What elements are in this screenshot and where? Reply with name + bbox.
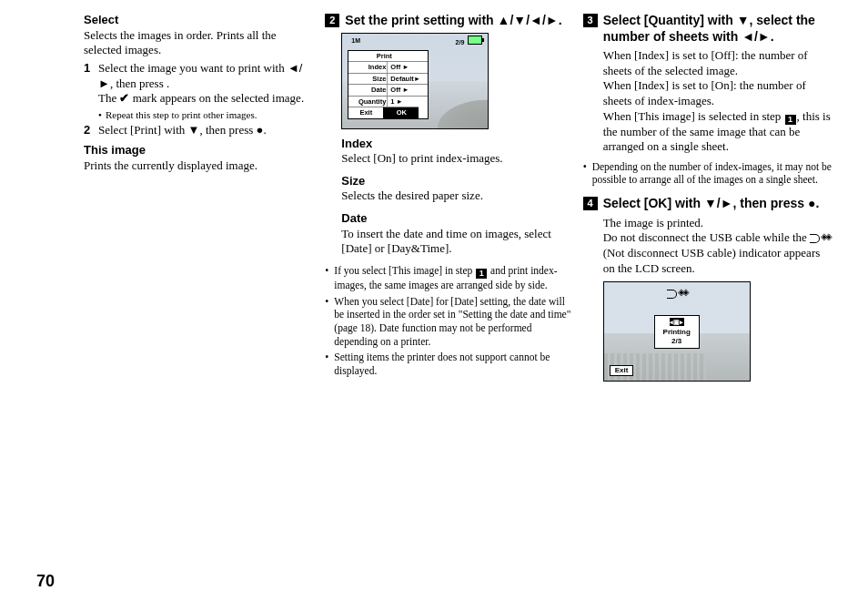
sub-bullet: Repeat this step to print other images. — [98, 108, 316, 121]
column-3: 3 Select [Quantity] with ▼, select the n… — [600, 13, 832, 382]
lcd-menu: Print IndexOff ► SizeDefault► DateOff ► … — [348, 50, 429, 120]
down-icon: ▼ — [188, 123, 200, 137]
note-2: When you select [Date] for [Date] settin… — [325, 295, 573, 349]
para-date: To insert the date and time on images, s… — [341, 227, 573, 257]
lcd-row-date-value: Off ► — [387, 85, 428, 96]
lcd-exit-button: Exit — [348, 107, 383, 118]
para-3a: When [Index] is set to [Off]: the number… — [603, 48, 832, 78]
check-icon: ✔ — [119, 91, 129, 105]
lcd-counter: 2/9 — [456, 39, 465, 46]
step-number-box: 3 — [583, 14, 598, 27]
heading-select: Select — [84, 13, 316, 28]
step-number-box: 4 — [583, 197, 598, 210]
text: Do not disconnect the USB cable while th… — [603, 230, 810, 244]
lcd-printing-label: Printing — [663, 328, 691, 336]
step-4-heading: 4 Select [OK] with ▼/►, then press ●. — [583, 196, 832, 212]
step-ref-1-icon: 1 — [476, 269, 487, 279]
down-icon: ▼ — [737, 13, 750, 27]
list-item-1: 1 Select the image you want to print wit… — [84, 61, 316, 121]
text: , then press — [110, 76, 167, 90]
text: Select [Print] with — [98, 123, 188, 137]
page-number: 70 — [36, 572, 55, 591]
lcd-row-index-value: Off ► — [387, 62, 428, 73]
para-this-image: Prints the currently displayed image. — [84, 158, 316, 174]
heading-index: Index — [341, 137, 573, 152]
text: , then press — [733, 196, 808, 210]
step-number-box: 2 — [325, 14, 339, 27]
para-4a: The image is printed. — [603, 216, 832, 231]
lcd-ok-button: OK — [383, 107, 419, 118]
text: . — [559, 13, 562, 27]
note: Depending on the number of index-images,… — [583, 160, 832, 187]
heading-size: Size — [341, 174, 573, 189]
text: When [This image] is selected in step — [603, 109, 784, 123]
lcd-size-label: 1M — [351, 37, 360, 46]
lcd-exit-button: Exit — [610, 365, 634, 376]
step-ref-1-icon: 1 — [785, 115, 796, 125]
note-list-3: Depending on the number of index-images,… — [583, 160, 832, 187]
text: . — [167, 76, 169, 90]
lcd-printing-box: ◂▣▸ Printing 2/3 — [654, 315, 700, 348]
para-size: Selects the desired paper size. — [341, 188, 573, 204]
text: Select [Quantity] with — [603, 13, 737, 27]
usb-cable-icon — [667, 288, 687, 299]
heading-date: Date — [341, 211, 573, 227]
column-2: 2 Set the print setting with ▲/▼/◄/►. 1M… — [341, 13, 573, 382]
column-1: Select Selects the images in order. Prin… — [84, 13, 316, 382]
text: . — [815, 196, 819, 210]
text: Set the print setting with — [345, 13, 497, 27]
lcd-row-index-label: Index — [348, 62, 387, 73]
para-4b: Do not disconnect the USB cable while th… — [603, 230, 832, 276]
list-item-2: 2 Select [Print] with ▼, then press ●. — [84, 123, 316, 138]
lcd-printing-figure: ◂▣▸ Printing 2/3 Exit — [603, 281, 751, 382]
battery-icon — [468, 36, 482, 45]
note-3: Setting items the printer does not suppo… — [325, 351, 573, 377]
text: If you select [This image] in step — [334, 265, 475, 276]
step-3-heading: 3 Select [Quantity] with ▼, select the n… — [583, 13, 832, 45]
lcd-menu-title: Print — [348, 51, 419, 62]
nav-arrows-icon: ▲/▼/◄/► — [498, 13, 559, 27]
text: Select [OK] with — [603, 196, 704, 210]
note-1: If you select [This image] in step 1 and… — [325, 264, 573, 292]
down-right-icon: ▼/► — [704, 196, 733, 210]
lcd-row-qty-label: Quantity — [348, 97, 387, 107]
left-right-icon: ◄/► — [742, 29, 771, 44]
text: , then press — [199, 123, 256, 137]
lcd-row-size-label: Size — [348, 74, 387, 85]
text: . — [263, 123, 266, 137]
lcd-printing-count: 2/3 — [671, 337, 681, 345]
text: Select the image you want to print with — [98, 61, 288, 75]
text: . — [771, 29, 774, 44]
lcd-row-size-value: Default► — [387, 74, 428, 85]
heading-this-image: This image — [84, 143, 316, 158]
note-list: If you select [This image] in step 1 and… — [325, 264, 573, 378]
para-3b: When [Index] is set to [On]: the number … — [603, 78, 832, 108]
text: The — [98, 91, 119, 105]
para-3c: When [This image] is selected in step 1,… — [603, 109, 832, 155]
lcd-row-qty-value: 1 ► — [387, 97, 428, 107]
para-index: Select [On] to print index-images. — [341, 151, 573, 167]
text: mark appears on the selected image. — [129, 91, 304, 105]
printer-icon: ◂▣▸ — [670, 318, 684, 326]
lcd-row-date-label: Date — [348, 85, 387, 96]
lcd-print-menu-figure: 1M 2/9 Print IndexOff ► SizeDefault► Dat… — [341, 33, 489, 129]
step-2-heading: 2 Set the print setting with ▲/▼/◄/►. — [325, 13, 573, 29]
usb-cable-icon — [810, 232, 830, 243]
para-select-desc: Selects the images in order. Prints all … — [84, 28, 316, 58]
text: (Not disconnect USB cable) indicator app… — [603, 246, 821, 275]
